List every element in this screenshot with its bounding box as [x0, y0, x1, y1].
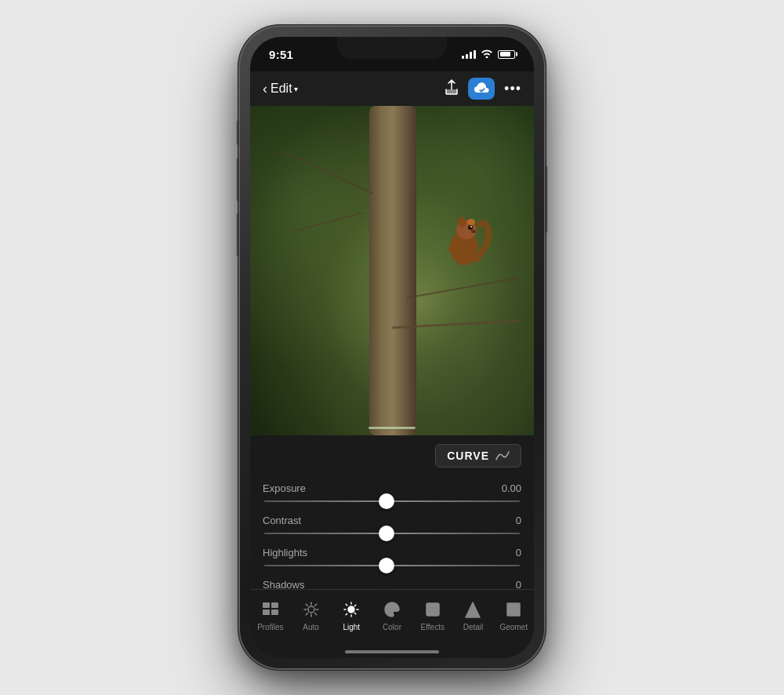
auto-label: Auto [303, 623, 319, 631]
cloud-sync-button[interactable] [468, 78, 495, 100]
svg-point-14 [391, 606, 394, 608]
tree-trunk [369, 106, 416, 435]
share-icon[interactable] [445, 79, 459, 99]
color-label: Color [383, 623, 401, 631]
svg-rect-10 [263, 609, 270, 615]
exposure-slider[interactable] [264, 500, 520, 502]
toolbar-item-profiles[interactable]: Profiles [250, 596, 291, 635]
highlights-label: Highlights [263, 547, 307, 559]
toolbar-item-effects[interactable]: Effects [412, 596, 453, 635]
phone-frame: 9:51 ‹ [239, 26, 545, 669]
auto-icon [301, 599, 321, 620]
toolbar-item-color[interactable]: Color [372, 596, 412, 635]
light-icon [341, 599, 361, 620]
shadows-label: Shadows [263, 579, 304, 589]
geometry-label: Geomet [499, 623, 528, 631]
detail-icon [463, 599, 483, 620]
profiles-icon [260, 599, 281, 620]
power-button[interactable] [545, 166, 547, 233]
more-options-button[interactable]: ••• [504, 81, 521, 97]
svg-point-15 [394, 608, 397, 610]
svg-rect-8 [263, 602, 270, 608]
profiles-label: Profiles [257, 623, 283, 631]
toolbar-item-auto[interactable]: Auto [291, 596, 332, 635]
signal-icon [462, 50, 476, 59]
svg-rect-18 [507, 603, 520, 616]
phone-screen: 9:51 ‹ [250, 37, 534, 658]
back-chevron-icon: ‹ [263, 81, 267, 97]
toolbar-item-geometry[interactable]: Geomet [493, 596, 534, 635]
highlights-slider[interactable] [264, 565, 520, 566]
photo-area[interactable] [250, 106, 534, 435]
volume-up-button[interactable] [237, 158, 239, 202]
volume-down-button[interactable] [237, 213, 239, 257]
svg-rect-11 [271, 609, 278, 615]
top-right-actions: ••• [445, 78, 521, 100]
contrast-value: 0 [516, 515, 521, 526]
curve-panel: CURVE [250, 435, 534, 476]
mute-button[interactable] [237, 120, 239, 145]
wifi-icon [481, 48, 493, 60]
effects-icon [423, 599, 443, 620]
contrast-label: Contrast [263, 515, 301, 526]
svg-point-5 [471, 230, 476, 233]
home-indicator[interactable] [345, 650, 439, 653]
controls-panel: Exposure 0.00 Contrast 0 [250, 476, 534, 589]
svg-point-13 [388, 608, 390, 610]
toolbar-item-light[interactable]: Light [331, 596, 372, 635]
exposure-control: Exposure 0.00 [263, 482, 521, 502]
shadows-control: Shadows 0 [263, 579, 521, 589]
exposure-label: Exposure [263, 482, 306, 494]
top-navigation-bar: ‹ Edit ▾ ••• [250, 71, 534, 106]
highlights-value: 0 [516, 547, 521, 559]
svg-point-12 [348, 606, 354, 613]
curve-button[interactable]: CURVE [435, 444, 521, 468]
status-time: 9:51 [269, 48, 293, 61]
svg-point-2 [458, 217, 466, 227]
dropdown-arrow-icon: ▾ [294, 85, 298, 93]
detail-label: Detail [463, 623, 484, 631]
scroll-indicator [368, 427, 416, 429]
photo-background [250, 106, 534, 435]
highlights-control: Highlights 0 [263, 547, 521, 566]
squirrel-image [437, 205, 492, 275]
svg-point-3 [468, 225, 473, 230]
curve-label: CURVE [447, 449, 489, 462]
svg-point-7 [467, 219, 475, 225]
toolbar-item-detail[interactable]: Detail [453, 596, 494, 635]
color-icon [382, 599, 402, 620]
status-icons [462, 48, 515, 60]
svg-rect-9 [271, 602, 278, 608]
contrast-slider[interactable] [264, 533, 520, 534]
exposure-value: 0.00 [502, 482, 521, 494]
bottom-toolbar: Profiles Auto Light [250, 589, 534, 658]
effects-label: Effects [421, 623, 445, 631]
shadows-value: 0 [516, 579, 521, 589]
svg-point-17 [430, 606, 436, 613]
battery-icon [498, 50, 515, 59]
back-button[interactable]: ‹ Edit ▾ [263, 81, 298, 97]
contrast-control: Contrast 0 [263, 515, 521, 534]
svg-point-4 [470, 226, 472, 227]
light-label: Light [343, 623, 360, 631]
edit-label[interactable]: Edit ▾ [270, 82, 298, 96]
geometry-icon [503, 599, 524, 620]
notch [337, 37, 447, 59]
